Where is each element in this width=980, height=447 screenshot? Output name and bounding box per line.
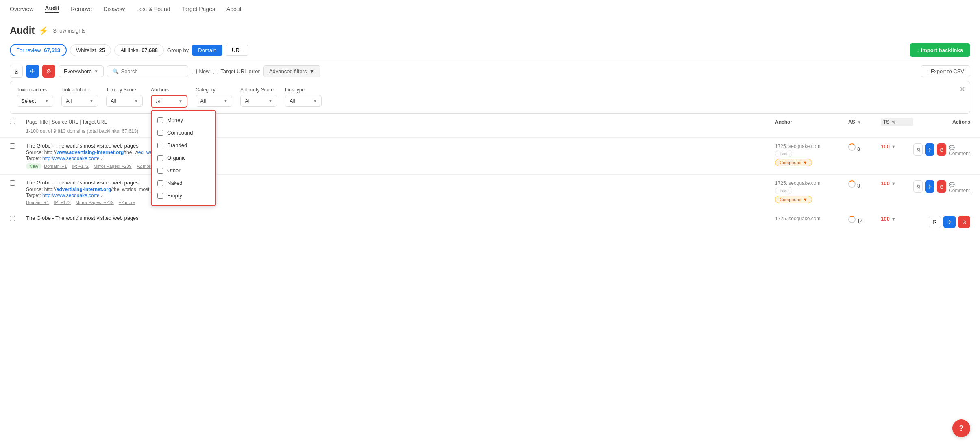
toxicity-score-dropdown[interactable]: All ▼ (106, 95, 143, 107)
new-filter-checkbox[interactable]: New (192, 68, 210, 74)
anchor-compound-tag-2[interactable]: Compound ▼ (775, 196, 812, 203)
target-link-1[interactable]: http://www.seoquake.com/ (42, 156, 99, 161)
row-title-1: The Globe - The world's most visited web… (26, 143, 775, 149)
anchors-other-checkbox[interactable] (157, 168, 163, 174)
row-ts-3: 100 ▼ (881, 215, 913, 222)
send-icon-btn[interactable]: ✈ (26, 65, 39, 78)
anchors-money-label: Money (167, 117, 183, 123)
nav-disavow[interactable]: Disavow (103, 6, 125, 12)
as-circle-icon-2 (848, 180, 856, 188)
select-all-checkbox[interactable] (10, 119, 15, 124)
nav-about[interactable]: About (226, 6, 242, 12)
ts-sort-icon: ⇅ (892, 120, 895, 124)
anchors-compound-option[interactable]: Compound (152, 126, 215, 139)
group-by-url-btn[interactable]: URL (226, 45, 248, 56)
col-as-header[interactable]: AS ▼ (848, 119, 881, 125)
ts-expand-1[interactable]: ▼ (891, 144, 896, 149)
close-filters-button[interactable]: ✕ (960, 85, 965, 93)
copy-icon-btn[interactable]: ⎘ (10, 65, 23, 78)
comment-btn-1[interactable]: 💬 Comment (949, 145, 970, 156)
table-header: Page Title | Source URL | Target URL Anc… (0, 114, 980, 128)
new-checkbox-input[interactable] (192, 69, 197, 74)
mirror-pages-stat-2[interactable]: Mirror Pages: +239 (76, 200, 114, 205)
anchors-naked-checkbox[interactable] (157, 180, 163, 186)
ban-action-1[interactable]: ⊘ (937, 143, 946, 156)
ban-icon-btn[interactable]: ⊘ (42, 65, 55, 78)
copy-action-3[interactable]: ⎘ (929, 216, 941, 228)
copy-action-2[interactable]: ⎘ (913, 180, 923, 193)
anchors-organic-option[interactable]: Organic (152, 152, 215, 164)
toxic-markers-dropdown[interactable]: Select ▼ (17, 95, 53, 107)
anchors-branded-checkbox[interactable] (157, 143, 163, 148)
send-action-1[interactable]: ✈ (925, 143, 934, 156)
nav-remove[interactable]: Remove (71, 6, 92, 12)
row-checkbox-1[interactable] (10, 143, 15, 149)
link-type-dropdown[interactable]: All ▼ (285, 95, 322, 107)
search-box[interactable]: 🔍 (107, 65, 188, 77)
col-ts-header[interactable]: TS ⇅ (881, 118, 913, 126)
anchors-other-option[interactable]: Other (152, 164, 215, 177)
target-url-error-input[interactable] (213, 69, 218, 74)
for-review-tab[interactable]: For review 67,613 (10, 44, 67, 56)
anchors-compound-checkbox[interactable] (157, 130, 163, 136)
anchors-money-option[interactable]: Money (152, 114, 215, 126)
nav-lost-found[interactable]: Lost & Found (136, 6, 170, 12)
as-sort-icon: ▼ (857, 120, 861, 124)
row-checkbox-2[interactable] (10, 180, 15, 186)
ban-action-2[interactable]: ⊘ (937, 180, 946, 193)
category-label: Category (196, 87, 232, 93)
source-link-2[interactable]: advertising-internet.org (57, 187, 111, 192)
authority-score-dropdown[interactable]: All ▼ (240, 95, 277, 107)
row-checkbox-3[interactable] (10, 216, 15, 221)
row-ts-2: 100 ▼ (881, 180, 913, 187)
domain-stat-1[interactable]: Domain: +1 (44, 164, 67, 169)
target-ext-icon-2[interactable]: ↗ (100, 193, 104, 198)
anchors-dropdown[interactable]: All ▼ (151, 95, 187, 108)
ip-stat-1[interactable]: IP: +172 (72, 164, 89, 169)
whitelist-tab[interactable]: Whitelist 25 (70, 44, 111, 56)
ts-expand-2[interactable]: ▼ (891, 181, 896, 186)
anchors-empty-option[interactable]: Empty (152, 189, 215, 202)
nav-overview[interactable]: Overview (10, 6, 33, 12)
link-attribute-dropdown[interactable]: All ▼ (61, 95, 98, 107)
everywhere-dropdown[interactable]: Everywhere ▼ (59, 65, 104, 77)
send-action-3[interactable]: ✈ (943, 216, 956, 228)
anchors-branded-option[interactable]: Branded (152, 139, 215, 152)
ban-action-3[interactable]: ⊘ (958, 216, 970, 228)
category-dropdown[interactable]: All ▼ (196, 95, 232, 107)
send-action-2[interactable]: ✈ (925, 180, 934, 193)
nav-target-pages[interactable]: Target Pages (181, 6, 215, 12)
mirror-pages-stat-1[interactable]: Mirror Pages: +239 (94, 164, 132, 169)
bolt-icon: ⚡ (39, 26, 49, 35)
export-to-csv-button[interactable]: ↑ Export to CSV (921, 65, 970, 77)
copy-action-1[interactable]: ⎘ (913, 143, 923, 156)
target-url-error-checkbox[interactable]: Target URL error (213, 68, 260, 74)
search-input[interactable] (121, 68, 183, 74)
anchors-naked-option[interactable]: Naked (152, 177, 215, 189)
target-ext-icon-1[interactable]: ↗ (100, 156, 104, 161)
comment-btn-2[interactable]: 💬 Comment (949, 182, 970, 193)
toxicity-score-label: Toxicity Score (106, 87, 143, 93)
more-stat-2[interactable]: +2 more (119, 200, 135, 205)
anchors-popup: Money Compound Branded Organic Other (151, 110, 216, 206)
anchor-compound-tag-1[interactable]: Compound ▼ (775, 159, 812, 166)
page-header: Audit ⚡ Show insights (0, 18, 980, 39)
all-links-tab[interactable]: All links 67,688 (114, 44, 163, 56)
domain-stat-2[interactable]: Domain: +1 (26, 200, 49, 205)
source-link-1[interactable]: www.advertising-internet.org (57, 150, 124, 155)
anchors-money-checkbox[interactable] (157, 117, 163, 123)
row-actions-1: ⎘ ✈ ⊘ 💬 Comment (913, 143, 970, 156)
advanced-filters-arrow: ▼ (309, 68, 314, 74)
ip-stat-2[interactable]: IP: +172 (54, 200, 71, 205)
target-link-2[interactable]: http://www.seoquake.com/ (42, 193, 99, 198)
ts-expand-3[interactable]: ▼ (891, 217, 896, 221)
anchors-empty-checkbox[interactable] (157, 193, 163, 199)
anchors-arrow: ▼ (179, 99, 183, 104)
group-by-domain-btn[interactable]: Domain (192, 45, 222, 56)
advanced-filters-button[interactable]: Advanced filters ▼ (263, 65, 320, 77)
show-insights-link[interactable]: Show insights (53, 28, 85, 34)
col-anchor-header: Anchor (775, 119, 848, 125)
nav-audit[interactable]: Audit (45, 5, 59, 13)
import-backlinks-button[interactable]: ↓ Import backlinks (910, 43, 970, 57)
anchors-organic-checkbox[interactable] (157, 155, 163, 161)
